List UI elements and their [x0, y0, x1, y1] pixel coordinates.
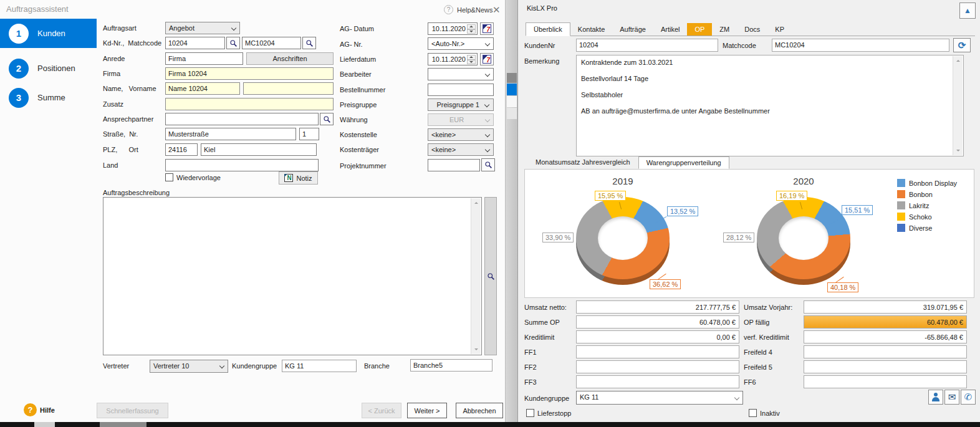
preisgruppe-select[interactable]: Preisgruppe 1: [428, 98, 494, 111]
wiedervorlage-checkbox[interactable]: [165, 173, 173, 181]
waehrung-label: Währung: [340, 116, 368, 123]
hilfe-icon[interactable]: ?: [24, 403, 37, 416]
matchcode-search-button[interactable]: [302, 37, 316, 49]
plz-input[interactable]: 24116: [165, 143, 198, 156]
land-input[interactable]: [165, 159, 319, 171]
zusatz-input[interactable]: [165, 98, 334, 110]
scroll-up-icon[interactable]: [956, 60, 960, 62]
hausnummer-input[interactable]: 1: [299, 128, 319, 140]
divider-gray-block: [507, 73, 517, 83]
kdnr-search-button[interactable]: [226, 37, 240, 49]
email-button[interactable]: [944, 390, 959, 405]
wizard-step-positionen[interactable]: 2 Positionen: [0, 54, 97, 83]
kostenstelle-select[interactable]: <keine>: [428, 128, 494, 141]
help-icon[interactable]: ?: [444, 5, 453, 14]
tab-kontakte[interactable]: Kontakte: [570, 23, 612, 36]
bestellnummer-input[interactable]: [428, 84, 494, 96]
inaktiv-label: Inaktiv: [760, 410, 780, 417]
tab-docs[interactable]: Docs: [737, 23, 767, 36]
matchcode-input-right[interactable]: MC10204: [772, 39, 949, 52]
chevron-down-icon: [485, 72, 490, 77]
anrede-input[interactable]: Firma: [165, 52, 243, 65]
tab-op[interactable]: OP: [687, 23, 712, 36]
inaktiv-checkbox[interactable]: [749, 409, 757, 417]
help-news-link[interactable]: Help&News: [457, 6, 492, 14]
kostentraeger-select[interactable]: <keine>: [428, 143, 494, 156]
legend-item: Bonbon Display: [897, 179, 957, 187]
scrollbar[interactable]: [953, 56, 963, 155]
auftragsbeschreibung-textarea[interactable]: [103, 197, 482, 355]
abbrechen-button[interactable]: Abbrechen: [456, 403, 503, 418]
pct-label-bonbon-2020: 40,18 %: [827, 282, 858, 292]
ansprechpartner-label: Ansprechpartner: [103, 115, 153, 123]
legend-label: Bonbon: [909, 191, 933, 198]
kundengruppe-select-right[interactable]: KG 11: [576, 391, 743, 405]
refresh-button[interactable]: [953, 38, 971, 52]
kundengruppe-input[interactable]: KG 11: [282, 360, 357, 372]
ansprechpartner-input[interactable]: [165, 113, 319, 125]
lieferdatum-input[interactable]: 10.11.2020: [428, 53, 478, 65]
anschriften-button[interactable]: Anschriften: [246, 52, 334, 65]
scroll-down-icon[interactable]: [956, 150, 960, 151]
scroll-up-icon[interactable]: [474, 202, 478, 204]
tab-zm[interactable]: ZM: [712, 23, 737, 36]
op-faellig-label: OP fällig: [744, 319, 769, 326]
scroll-down-icon[interactable]: [474, 348, 478, 350]
projektnummer-input[interactable]: [428, 159, 480, 171]
freifeld4-field[interactable]: [804, 345, 967, 358]
kislx-title: KisLX Pro: [527, 4, 557, 12]
weiter-button[interactable]: Weiter >: [407, 403, 447, 418]
ff1-field[interactable]: [576, 345, 739, 358]
date-spinner[interactable]: [467, 24, 476, 34]
tab-kp[interactable]: KP: [767, 23, 792, 36]
ff3-field[interactable]: [576, 375, 739, 388]
legend-item: Schoko: [897, 213, 932, 221]
matchcode-input[interactable]: MC10204: [242, 37, 301, 49]
donut-hole: [779, 216, 829, 260]
lieferstopp-checkbox[interactable]: [526, 409, 534, 417]
divider-light-block: [507, 108, 517, 119]
hilfe-label[interactable]: Hilfe: [40, 406, 55, 414]
firma-input[interactable]: Firma 10204: [165, 67, 334, 80]
tab-auftraege[interactable]: Aufträge: [612, 23, 653, 36]
freifeld5-field[interactable]: [804, 360, 967, 373]
ag-datum-label: AG- Datum: [340, 25, 374, 32]
schnellerfassung-button[interactable]: Schnellerfassung: [97, 403, 168, 418]
kreditlimit-label: Kreditlimit: [524, 333, 554, 341]
kdnr-input[interactable]: 10204: [165, 37, 225, 49]
ort-input[interactable]: Kiel: [201, 143, 317, 156]
auftragsart-select[interactable]: Angebot: [165, 22, 240, 34]
ff6-field[interactable]: [804, 375, 967, 388]
tab-monatsumsatz[interactable]: Monatsumsatz Jahresvergleich: [527, 156, 638, 168]
collapse-up-button[interactable]: [959, 2, 976, 19]
description-search-strip[interactable]: [484, 197, 497, 355]
name-input[interactable]: Name 10204: [165, 82, 240, 95]
close-icon[interactable]: ✕: [492, 4, 501, 16]
bemerkung-text: Kontraktende zum 31.03.2021 Bestellvorla…: [581, 59, 770, 115]
ansprechpartner-search-button[interactable]: [320, 113, 334, 125]
vertreter-select[interactable]: Vertreter 10: [150, 360, 228, 373]
contact-person-button[interactable]: [928, 390, 943, 405]
strasse-input[interactable]: Musterstraße: [165, 128, 296, 140]
ag-datum-calendar-button[interactable]: [480, 22, 494, 35]
projektnummer-search-button[interactable]: [481, 158, 495, 171]
scrollbar[interactable]: [471, 198, 481, 354]
ag-nr-select[interactable]: <Auto-Nr.>: [428, 37, 494, 50]
ag-datum-input[interactable]: 10.11.2020: [428, 22, 478, 35]
zurueck-button[interactable]: < Zurück: [362, 403, 401, 418]
kundennr-input[interactable]: 10204: [576, 39, 718, 52]
lieferdatum-calendar-button[interactable]: [480, 53, 494, 65]
notiz-button[interactable]: Notiz: [279, 171, 318, 185]
wizard-step-kunden[interactable]: 1 Kunden: [0, 19, 97, 48]
ff2-field[interactable]: [576, 360, 739, 373]
tab-artikel[interactable]: Artikel: [653, 23, 688, 36]
bearbeiter-select[interactable]: [428, 68, 494, 80]
vorname-input[interactable]: [243, 82, 334, 95]
branche-input[interactable]: Branche5: [410, 359, 492, 372]
tab-warengruppenverteilung[interactable]: Warengruppenverteilung: [638, 156, 729, 169]
date-spinner[interactable]: [467, 55, 476, 64]
phone-button[interactable]: [961, 390, 976, 405]
bemerkung-textarea[interactable]: Kontraktende zum 31.03.2021 Bestellvorla…: [576, 55, 964, 156]
wizard-step-summe[interactable]: 3 Summe: [0, 83, 97, 112]
tab-ueberblick[interactable]: Überblick: [526, 22, 570, 36]
